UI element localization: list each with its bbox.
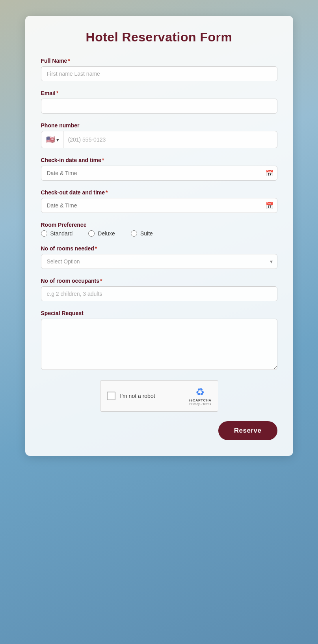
occupants-group: No of room occupants* — [41, 278, 277, 301]
checkout-input[interactable] — [41, 198, 277, 213]
rooms-needed-select[interactable]: Select Option 1 2 3 4 5+ — [41, 254, 277, 269]
checkout-calendar-icon[interactable]: 📅 — [266, 202, 273, 209]
special-request-textarea[interactable] — [41, 319, 277, 370]
radio-standard-label: Standard — [50, 230, 73, 237]
required-star: * — [100, 278, 102, 284]
radio-deluxe[interactable]: Deluxe — [88, 230, 115, 237]
full-name-input[interactable] — [41, 66, 277, 81]
form-card: Hotel Reservation Form Full Name* Email*… — [25, 16, 293, 456]
required-star: * — [68, 58, 70, 64]
room-preference-group: Room Preference Standard Deluxe Suite — [41, 222, 277, 237]
captcha-box: I'm not a robot ♻ reCAPTCHA Privacy - Te… — [100, 380, 218, 412]
special-request-group: Special Request — [41, 310, 277, 371]
rooms-needed-wrapper: Select Option 1 2 3 4 5+ — [41, 254, 277, 269]
country-selector-button[interactable]: 🇺🇸 ▾ — [41, 131, 63, 148]
phone-input[interactable] — [63, 133, 277, 147]
captcha-left: I'm not a robot — [107, 392, 155, 400]
occupants-label: No of room occupants* — [41, 278, 277, 284]
checkin-calendar-icon[interactable]: 📅 — [266, 170, 273, 177]
captcha-links: Privacy - Terms — [189, 402, 211, 406]
radio-suite-input[interactable] — [131, 230, 137, 237]
checkin-wrapper: 📅 — [41, 166, 277, 181]
radio-deluxe-input[interactable] — [88, 230, 95, 237]
room-preference-radio-group: Standard Deluxe Suite — [41, 230, 277, 237]
reserve-button[interactable]: Reserve — [218, 421, 277, 440]
page-title: Hotel Reservation Form — [41, 30, 277, 45]
radio-deluxe-label: Deluxe — [98, 230, 115, 237]
rooms-needed-group: No of rooms needed* Select Option 1 2 3 … — [41, 245, 277, 269]
radio-standard[interactable]: Standard — [41, 230, 73, 237]
room-preference-label: Room Preference — [41, 222, 277, 228]
required-star: * — [95, 245, 97, 252]
occupants-input[interactable] — [41, 286, 277, 301]
phone-group: Phone number 🇺🇸 ▾ — [41, 122, 277, 148]
phone-label: Phone number — [41, 122, 277, 129]
title-divider — [41, 48, 277, 48]
captcha-label: I'm not a robot — [120, 393, 155, 399]
radio-suite-label: Suite — [140, 230, 153, 237]
email-label: Email* — [41, 90, 277, 96]
radio-standard-input[interactable] — [41, 230, 47, 237]
email-input[interactable] — [41, 99, 277, 114]
email-group: Email* — [41, 90, 277, 114]
special-request-label: Special Request — [41, 310, 277, 316]
checkin-group: Check-in date and time* 📅 — [41, 157, 277, 181]
reserve-btn-wrapper: Reserve — [41, 421, 277, 440]
required-star: * — [106, 189, 108, 196]
flag-icon: 🇺🇸 — [46, 135, 55, 144]
full-name-label: Full Name* — [41, 58, 277, 64]
radio-suite[interactable]: Suite — [131, 230, 153, 237]
recaptcha-text: reCAPTCHA — [189, 398, 211, 402]
captcha-right: ♻ reCAPTCHA Privacy - Terms — [189, 386, 211, 406]
privacy-link[interactable]: Privacy — [189, 402, 199, 406]
checkout-group: Check-out date and time* 📅 — [41, 189, 277, 213]
recaptcha-logo-icon: ♻ — [195, 386, 205, 398]
captcha-wrapper: I'm not a robot ♻ reCAPTCHA Privacy - Te… — [41, 380, 277, 412]
captcha-checkbox[interactable] — [107, 392, 115, 400]
full-name-group: Full Name* — [41, 58, 277, 81]
phone-wrapper: 🇺🇸 ▾ — [41, 131, 277, 148]
checkin-label: Check-in date and time* — [41, 157, 277, 163]
checkin-input[interactable] — [41, 166, 277, 181]
required-star: * — [102, 157, 104, 163]
required-star: * — [56, 90, 58, 96]
dropdown-arrow-icon: ▾ — [56, 137, 59, 143]
checkout-label: Check-out date and time* — [41, 189, 277, 196]
checkout-wrapper: 📅 — [41, 198, 277, 213]
rooms-needed-label: No of rooms needed* — [41, 245, 277, 252]
terms-link[interactable]: Terms — [203, 402, 211, 406]
